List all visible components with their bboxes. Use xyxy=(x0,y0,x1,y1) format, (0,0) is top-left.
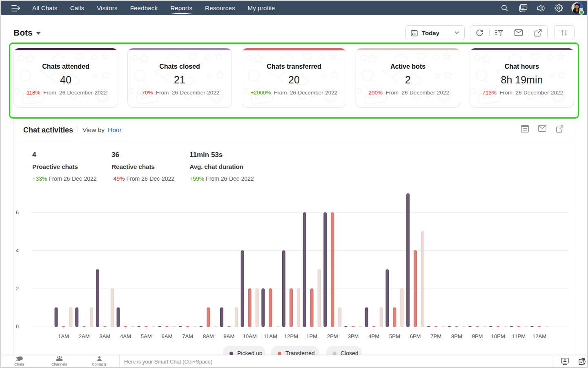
svg-text:1AM: 1AM xyxy=(58,333,69,339)
svg-text:3PM: 3PM xyxy=(348,333,359,339)
svg-text:6: 6 xyxy=(16,210,19,215)
svg-text:9AM: 9AM xyxy=(224,333,235,339)
svg-text:7PM: 7PM xyxy=(430,333,441,339)
svg-text:8PM: 8PM xyxy=(451,333,462,339)
svg-text:12AM: 12AM xyxy=(532,333,546,339)
svg-text:5PM: 5PM xyxy=(389,333,400,339)
svg-text:8AM: 8AM xyxy=(203,333,214,339)
svg-text:6AM: 6AM xyxy=(162,333,173,339)
svg-text:6PM: 6PM xyxy=(410,333,421,339)
svg-text:10AM: 10AM xyxy=(243,333,257,339)
svg-text:3AM: 3AM xyxy=(100,333,111,339)
svg-text:4: 4 xyxy=(16,248,19,254)
svg-text:7AM: 7AM xyxy=(182,333,193,339)
svg-text:2PM: 2PM xyxy=(327,333,338,339)
svg-text:9PM: 9PM xyxy=(472,333,483,339)
svg-text:4PM: 4PM xyxy=(368,333,379,339)
svg-text:11PM: 11PM xyxy=(512,333,526,339)
svg-text:0: 0 xyxy=(16,324,19,330)
svg-text:4AM: 4AM xyxy=(120,333,131,339)
svg-text:12PM: 12PM xyxy=(284,333,298,339)
svg-text:10PM: 10PM xyxy=(491,333,505,339)
svg-text:2: 2 xyxy=(16,286,19,292)
svg-text:2AM: 2AM xyxy=(79,333,90,339)
svg-text:11AM: 11AM xyxy=(264,333,277,339)
svg-text:1PM: 1PM xyxy=(306,333,317,339)
svg-text:5AM: 5AM xyxy=(141,333,152,339)
